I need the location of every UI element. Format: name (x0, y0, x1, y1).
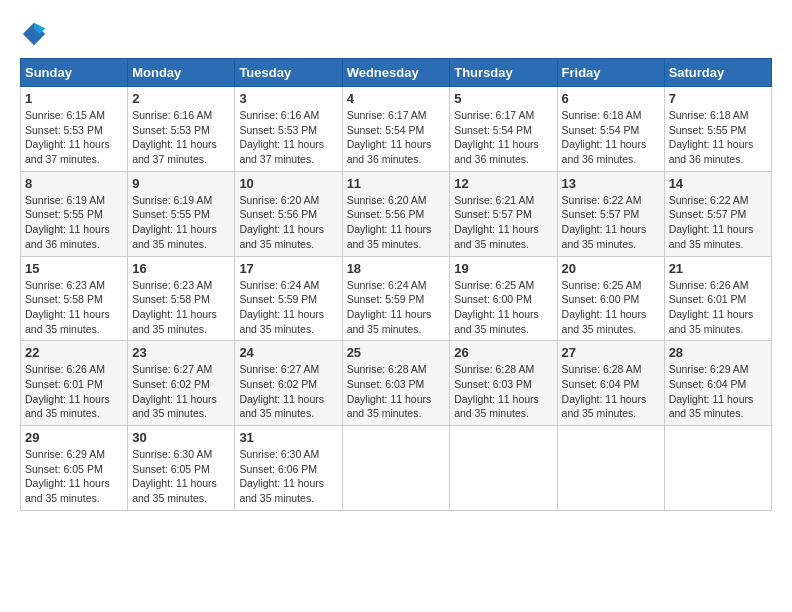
calendar-day-cell: 3 Sunrise: 6:16 AMSunset: 5:53 PMDayligh… (235, 87, 342, 172)
day-info: Sunrise: 6:30 AMSunset: 6:06 PMDaylight:… (239, 447, 337, 506)
day-number: 5 (454, 91, 552, 106)
calendar-day-cell: 12 Sunrise: 6:21 AMSunset: 5:57 PMDaylig… (450, 171, 557, 256)
calendar-day-cell: 15 Sunrise: 6:23 AMSunset: 5:58 PMDaylig… (21, 256, 128, 341)
day-number: 16 (132, 261, 230, 276)
day-info: Sunrise: 6:24 AMSunset: 5:59 PMDaylight:… (347, 278, 446, 337)
day-number: 13 (562, 176, 660, 191)
calendar-day-cell: 28 Sunrise: 6:29 AMSunset: 6:04 PMDaylig… (664, 341, 771, 426)
weekday-header: Thursday (450, 59, 557, 87)
calendar-day-cell: 23 Sunrise: 6:27 AMSunset: 6:02 PMDaylig… (128, 341, 235, 426)
calendar-day-cell: 14 Sunrise: 6:22 AMSunset: 5:57 PMDaylig… (664, 171, 771, 256)
calendar-week-row: 29 Sunrise: 6:29 AMSunset: 6:05 PMDaylig… (21, 426, 772, 511)
calendar-day-cell: 16 Sunrise: 6:23 AMSunset: 5:58 PMDaylig… (128, 256, 235, 341)
day-info: Sunrise: 6:29 AMSunset: 6:05 PMDaylight:… (25, 447, 123, 506)
day-info: Sunrise: 6:25 AMSunset: 6:00 PMDaylight:… (562, 278, 660, 337)
day-info: Sunrise: 6:26 AMSunset: 6:01 PMDaylight:… (25, 362, 123, 421)
day-number: 9 (132, 176, 230, 191)
day-number: 19 (454, 261, 552, 276)
day-number: 15 (25, 261, 123, 276)
weekday-header: Tuesday (235, 59, 342, 87)
calendar-day-cell: 17 Sunrise: 6:24 AMSunset: 5:59 PMDaylig… (235, 256, 342, 341)
calendar-header-row: SundayMondayTuesdayWednesdayThursdayFrid… (21, 59, 772, 87)
day-info: Sunrise: 6:16 AMSunset: 5:53 PMDaylight:… (239, 108, 337, 167)
day-number: 3 (239, 91, 337, 106)
day-number: 30 (132, 430, 230, 445)
day-info: Sunrise: 6:21 AMSunset: 5:57 PMDaylight:… (454, 193, 552, 252)
day-number: 8 (25, 176, 123, 191)
day-info: Sunrise: 6:26 AMSunset: 6:01 PMDaylight:… (669, 278, 767, 337)
day-info: Sunrise: 6:23 AMSunset: 5:58 PMDaylight:… (25, 278, 123, 337)
day-info: Sunrise: 6:25 AMSunset: 6:00 PMDaylight:… (454, 278, 552, 337)
day-number: 6 (562, 91, 660, 106)
day-number: 4 (347, 91, 446, 106)
logo-icon (20, 20, 48, 48)
weekday-header: Friday (557, 59, 664, 87)
logo (20, 20, 52, 48)
day-number: 22 (25, 345, 123, 360)
calendar-day-cell: 19 Sunrise: 6:25 AMSunset: 6:00 PMDaylig… (450, 256, 557, 341)
weekday-header: Wednesday (342, 59, 450, 87)
day-info: Sunrise: 6:28 AMSunset: 6:04 PMDaylight:… (562, 362, 660, 421)
day-number: 21 (669, 261, 767, 276)
page-header (20, 20, 772, 48)
day-number: 1 (25, 91, 123, 106)
day-info: Sunrise: 6:19 AMSunset: 5:55 PMDaylight:… (25, 193, 123, 252)
calendar-day-cell (664, 426, 771, 511)
day-number: 10 (239, 176, 337, 191)
calendar-day-cell (557, 426, 664, 511)
calendar-week-row: 22 Sunrise: 6:26 AMSunset: 6:01 PMDaylig… (21, 341, 772, 426)
calendar-day-cell: 25 Sunrise: 6:28 AMSunset: 6:03 PMDaylig… (342, 341, 450, 426)
calendar-day-cell: 2 Sunrise: 6:16 AMSunset: 5:53 PMDayligh… (128, 87, 235, 172)
day-number: 28 (669, 345, 767, 360)
day-number: 2 (132, 91, 230, 106)
day-info: Sunrise: 6:17 AMSunset: 5:54 PMDaylight:… (454, 108, 552, 167)
weekday-header: Saturday (664, 59, 771, 87)
calendar-day-cell: 8 Sunrise: 6:19 AMSunset: 5:55 PMDayligh… (21, 171, 128, 256)
day-number: 11 (347, 176, 446, 191)
calendar-day-cell (450, 426, 557, 511)
day-info: Sunrise: 6:20 AMSunset: 5:56 PMDaylight:… (347, 193, 446, 252)
day-number: 12 (454, 176, 552, 191)
day-info: Sunrise: 6:18 AMSunset: 5:55 PMDaylight:… (669, 108, 767, 167)
calendar-day-cell: 4 Sunrise: 6:17 AMSunset: 5:54 PMDayligh… (342, 87, 450, 172)
day-number: 24 (239, 345, 337, 360)
day-info: Sunrise: 6:22 AMSunset: 5:57 PMDaylight:… (562, 193, 660, 252)
day-number: 17 (239, 261, 337, 276)
day-info: Sunrise: 6:19 AMSunset: 5:55 PMDaylight:… (132, 193, 230, 252)
calendar-day-cell: 21 Sunrise: 6:26 AMSunset: 6:01 PMDaylig… (664, 256, 771, 341)
day-info: Sunrise: 6:23 AMSunset: 5:58 PMDaylight:… (132, 278, 230, 337)
day-info: Sunrise: 6:28 AMSunset: 6:03 PMDaylight:… (347, 362, 446, 421)
day-info: Sunrise: 6:29 AMSunset: 6:04 PMDaylight:… (669, 362, 767, 421)
calendar-day-cell: 7 Sunrise: 6:18 AMSunset: 5:55 PMDayligh… (664, 87, 771, 172)
calendar-day-cell: 26 Sunrise: 6:28 AMSunset: 6:03 PMDaylig… (450, 341, 557, 426)
day-number: 31 (239, 430, 337, 445)
calendar-day-cell (342, 426, 450, 511)
calendar-day-cell: 27 Sunrise: 6:28 AMSunset: 6:04 PMDaylig… (557, 341, 664, 426)
day-info: Sunrise: 6:24 AMSunset: 5:59 PMDaylight:… (239, 278, 337, 337)
calendar-table: SundayMondayTuesdayWednesdayThursdayFrid… (20, 58, 772, 511)
calendar-day-cell: 13 Sunrise: 6:22 AMSunset: 5:57 PMDaylig… (557, 171, 664, 256)
day-number: 26 (454, 345, 552, 360)
calendar-week-row: 1 Sunrise: 6:15 AMSunset: 5:53 PMDayligh… (21, 87, 772, 172)
day-info: Sunrise: 6:15 AMSunset: 5:53 PMDaylight:… (25, 108, 123, 167)
calendar-day-cell: 9 Sunrise: 6:19 AMSunset: 5:55 PMDayligh… (128, 171, 235, 256)
day-info: Sunrise: 6:18 AMSunset: 5:54 PMDaylight:… (562, 108, 660, 167)
day-number: 7 (669, 91, 767, 106)
day-number: 27 (562, 345, 660, 360)
calendar-day-cell: 5 Sunrise: 6:17 AMSunset: 5:54 PMDayligh… (450, 87, 557, 172)
calendar-day-cell: 22 Sunrise: 6:26 AMSunset: 6:01 PMDaylig… (21, 341, 128, 426)
day-info: Sunrise: 6:28 AMSunset: 6:03 PMDaylight:… (454, 362, 552, 421)
day-number: 23 (132, 345, 230, 360)
calendar-day-cell: 1 Sunrise: 6:15 AMSunset: 5:53 PMDayligh… (21, 87, 128, 172)
calendar-week-row: 8 Sunrise: 6:19 AMSunset: 5:55 PMDayligh… (21, 171, 772, 256)
day-info: Sunrise: 6:27 AMSunset: 6:02 PMDaylight:… (239, 362, 337, 421)
day-info: Sunrise: 6:27 AMSunset: 6:02 PMDaylight:… (132, 362, 230, 421)
day-info: Sunrise: 6:16 AMSunset: 5:53 PMDaylight:… (132, 108, 230, 167)
calendar-day-cell: 6 Sunrise: 6:18 AMSunset: 5:54 PMDayligh… (557, 87, 664, 172)
calendar-day-cell: 18 Sunrise: 6:24 AMSunset: 5:59 PMDaylig… (342, 256, 450, 341)
day-info: Sunrise: 6:22 AMSunset: 5:57 PMDaylight:… (669, 193, 767, 252)
weekday-header: Sunday (21, 59, 128, 87)
day-info: Sunrise: 6:17 AMSunset: 5:54 PMDaylight:… (347, 108, 446, 167)
day-number: 25 (347, 345, 446, 360)
weekday-header: Monday (128, 59, 235, 87)
